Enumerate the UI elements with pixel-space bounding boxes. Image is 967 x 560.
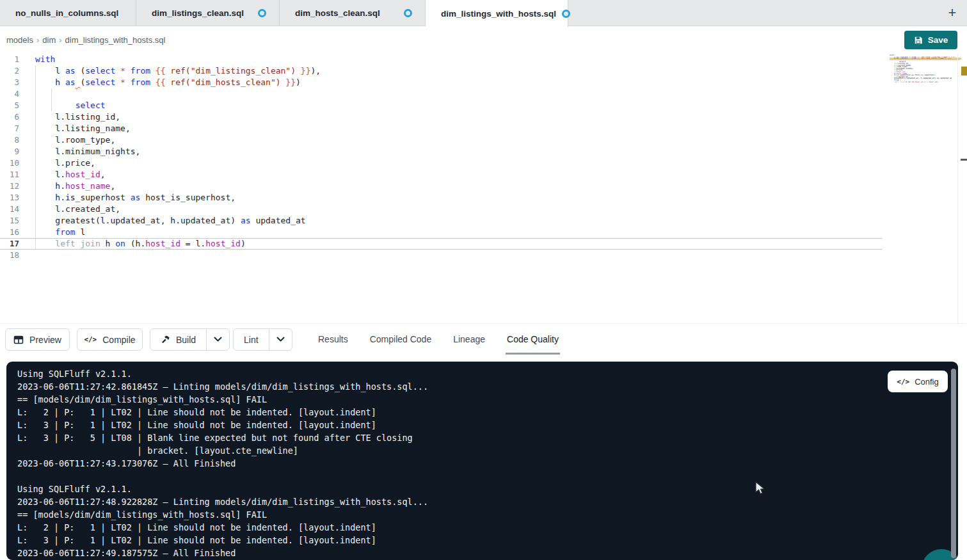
line-number: 6 (0, 111, 19, 123)
breadcrumb: models › dim › dim_listings_with_hosts.s… (6, 35, 165, 45)
file-tab-no-nulls-in-columns[interactable]: no_nulls_in_columns.sql (0, 0, 136, 26)
lint-label: Lint (244, 335, 259, 345)
hammer-icon (161, 335, 170, 344)
new-tab-button[interactable]: + (938, 0, 967, 26)
dbt-ide-window: no_nulls_in_columns.sql dim_listings_cle… (0, 0, 967, 560)
compile-label: Compile (102, 335, 135, 345)
line-number: 4 (0, 88, 19, 100)
line-number: 8 (0, 134, 19, 146)
compile-button[interactable]: </> Compile (77, 328, 143, 351)
code-line[interactable]: 2 l as (select * from {{ ref("dim_listin… (0, 65, 882, 77)
code-brackets-icon: </> (897, 378, 909, 386)
line-number: 11 (0, 169, 19, 180)
build-button[interactable]: Build (150, 329, 206, 350)
breadcrumb-models[interactable]: models (6, 35, 33, 45)
code-line[interactable]: 14 l.created_at, (0, 204, 882, 215)
chevron-right-icon: › (36, 35, 40, 45)
file-tab-label: dim_listings_with_hosts.sql (441, 9, 556, 19)
save-floppy-icon (914, 36, 923, 45)
file-tab-bar: no_nulls_in_columns.sql dim_listings_cle… (0, 0, 967, 26)
file-tab-dim-hosts-clean[interactable]: dim_hosts_clean.sql (280, 0, 426, 26)
modified-dot-icon (404, 9, 412, 17)
code-lines: 1with2 l as (select * from {{ ref("dim_l… (0, 54, 882, 261)
table-icon (13, 335, 24, 345)
code-line[interactable]: 5 select (0, 100, 882, 111)
file-tab-dim-listings-clean[interactable]: dim_listings_clean.sql (136, 0, 280, 26)
preview-label: Preview (29, 335, 61, 345)
chevron-down-icon (214, 337, 222, 342)
file-tab-dim-listings-with-hosts[interactable]: dim_listings_with_hosts.sql (426, 0, 568, 27)
lint-split-button: Lint (233, 328, 292, 351)
modified-dot-icon (258, 9, 266, 17)
editor-scrollbar[interactable] (957, 54, 967, 323)
modified-dot-icon (562, 10, 570, 18)
line-number: 16 (0, 227, 19, 238)
editor-header: models › dim › dim_listings_with_hosts.s… (0, 27, 967, 54)
terminal-scrollbar-thumb[interactable] (951, 369, 956, 558)
scrollbar-position-marker (961, 159, 967, 161)
terminal-output: Using SQLFluff v2.1.1. 2023-06-06T11:27:… (17, 367, 428, 559)
preview-button[interactable]: Preview (5, 328, 70, 351)
scrollbar-lint-warning-marker (961, 67, 967, 76)
file-tab-label: dim_hosts_clean.sql (295, 8, 380, 18)
code-line[interactable]: 17 left join h on (h.host_id = l.host_id… (0, 238, 882, 250)
line-number: 9 (0, 146, 19, 157)
file-tab-label: dim_listings_clean.sql (152, 8, 244, 18)
result-panel-tabs: Results Compiled Code Lineage Code Quali… (317, 328, 560, 355)
build-split-button: Build (150, 328, 230, 351)
build-label: Build (176, 335, 196, 345)
line-number: 5 (0, 100, 19, 111)
lint-dropdown-button[interactable] (269, 329, 292, 350)
line-number: 18 (0, 250, 19, 261)
chevron-down-icon (276, 337, 285, 342)
tab-results[interactable]: Results (317, 328, 349, 355)
minimap-content: with l as (select * from {{ ref("dim_lis… (890, 54, 961, 84)
line-number: 2 (0, 65, 19, 77)
mouse-cursor-icon (755, 481, 767, 495)
save-button[interactable]: Save (904, 31, 957, 49)
code-line[interactable]: 13 h.is_superhost as host_is_superhost, (0, 192, 882, 204)
config-label: Config (915, 377, 939, 387)
code-line[interactable]: 1with (0, 54, 882, 65)
minimap[interactable]: with l as (select * from {{ ref("dim_lis… (890, 54, 961, 84)
code-line[interactable]: 16 from l (0, 227, 882, 238)
tab-code-quality[interactable]: Code Quality (506, 328, 560, 355)
code-line[interactable]: 15 greatest(l.updated_at, h.updated_at) … (0, 215, 882, 227)
code-line[interactable]: 8 l.room_type, (0, 134, 882, 146)
file-tab-label: no_nulls_in_columns.sql (15, 8, 118, 18)
code-line[interactable]: 9 l.minimum_nights, (0, 146, 882, 157)
build-dropdown-button[interactable] (206, 329, 229, 350)
breadcrumb-file: dim_listings_with_hosts.sql (65, 35, 166, 45)
code-brackets-icon: </> (84, 335, 97, 344)
code-line[interactable]: 6 l.listing_id, (0, 111, 882, 123)
line-number: 7 (0, 123, 19, 134)
tab-lineage[interactable]: Lineage (452, 328, 486, 355)
tab-compiled-code[interactable]: Compiled Code (369, 328, 433, 355)
save-label: Save (928, 35, 948, 45)
code-editor[interactable]: 1with2 l as (select * from {{ ref("dim_l… (0, 54, 967, 323)
line-number: 17 (0, 238, 19, 250)
line-number: 1 (0, 54, 19, 65)
line-number: 10 (0, 157, 19, 169)
lint-terminal: Using SQLFluff v2.1.1. 2023-06-06T11:27:… (6, 362, 958, 560)
line-number: 14 (0, 204, 19, 215)
breadcrumb-dim[interactable]: dim (42, 35, 56, 45)
plus-icon: + (948, 4, 957, 21)
lint-button[interactable]: Lint (234, 329, 269, 350)
code-line[interactable]: 7 l.listing_name, (0, 123, 882, 134)
line-number: 3 (0, 77, 19, 88)
code-line[interactable]: 10 l.price, (0, 157, 882, 169)
code-line[interactable]: 18 (0, 250, 882, 261)
code-line[interactable]: 12 h.host_name, (0, 180, 882, 192)
line-number: 12 (0, 180, 19, 192)
code-line[interactable]: 4 (0, 88, 882, 100)
line-number: 15 (0, 215, 19, 227)
code-line[interactable]: 11 l.host_id, (0, 169, 882, 180)
bottom-toolbar: Preview </> Compile Build Lint (0, 323, 967, 362)
code-line[interactable]: 3 h as (select * from {{ ref("dim_hosts_… (0, 77, 882, 88)
line-number: 13 (0, 192, 19, 204)
chevron-right-icon: › (58, 35, 62, 45)
config-button[interactable]: </> Config (888, 371, 948, 392)
